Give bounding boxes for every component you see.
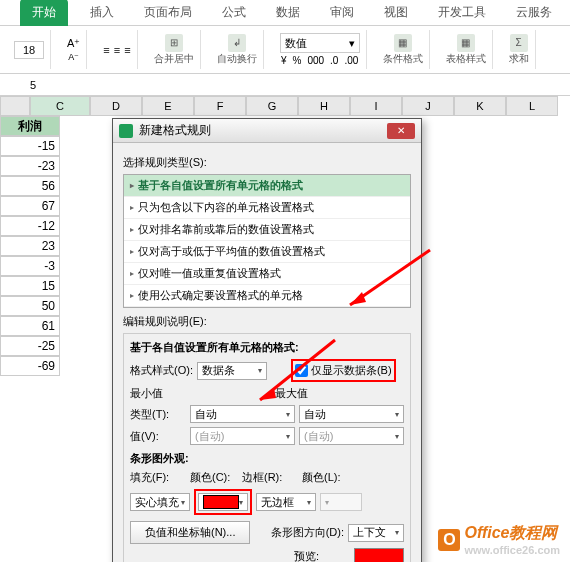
data-cell[interactable]: -69	[0, 356, 60, 376]
watermark: O Office教程网 www.office26.com	[438, 523, 560, 556]
data-cell[interactable]: 61	[0, 316, 60, 336]
currency-icon[interactable]: ¥	[281, 55, 287, 66]
tab-start[interactable]: 开始	[20, 0, 68, 26]
rule-item[interactable]: 使用公式确定要设置格式的单元格	[124, 285, 410, 307]
decimal-inc-icon[interactable]: .0	[330, 55, 338, 66]
dialog-icon	[119, 124, 133, 138]
align-right-icon[interactable]: ≡	[124, 44, 130, 56]
table-style-button[interactable]: ▦ 表格样式	[446, 34, 486, 66]
merge-icon: ⊞	[165, 34, 183, 52]
border-select[interactable]: 无边框	[256, 493, 316, 511]
formula-bar: 5	[0, 74, 570, 96]
data-cell[interactable]: 56	[0, 176, 60, 196]
percent-icon[interactable]: %	[292, 55, 301, 66]
rule-item[interactable]: 仅对排名靠前或靠后的数值设置格式	[124, 219, 410, 241]
wrap-text-button[interactable]: ↲ 自动换行	[217, 34, 257, 66]
sum-icon: Σ	[510, 34, 528, 52]
type-label: 类型(T):	[130, 407, 186, 422]
tab-cloud[interactable]: 云服务	[508, 0, 560, 25]
fill-color-select[interactable]	[198, 493, 248, 511]
rule-item[interactable]: 基于各自值设置所有单元格的格式	[124, 175, 410, 197]
tab-review[interactable]: 审阅	[322, 0, 362, 25]
tab-layout[interactable]: 页面布局	[136, 0, 200, 25]
tab-formula[interactable]: 公式	[214, 0, 254, 25]
fill-select[interactable]: 实心填充	[130, 493, 190, 511]
col-header-c[interactable]: C	[30, 96, 90, 116]
header-cell[interactable]: 利润	[0, 116, 60, 136]
table-style-icon: ▦	[457, 34, 475, 52]
align-center-icon[interactable]: ≡	[114, 44, 120, 56]
merge-center-button[interactable]: ⊞ 合并居中	[154, 34, 194, 66]
rule-type-label: 选择规则类型(S):	[123, 155, 411, 170]
merge-label: 合并居中	[154, 52, 194, 66]
increase-font-icon[interactable]: A⁺	[67, 37, 80, 50]
col-header-j[interactable]: J	[402, 96, 454, 116]
align-left-icon[interactable]: ≡	[103, 44, 109, 56]
data-cell[interactable]: -15	[0, 136, 60, 156]
font-size-input[interactable]: 18	[14, 41, 44, 59]
desc-header: 基于各自值设置所有单元格的格式:	[130, 340, 404, 355]
col-header-f[interactable]: F	[194, 96, 246, 116]
col-header-h[interactable]: H	[298, 96, 350, 116]
col-header-l[interactable]: L	[506, 96, 558, 116]
wrap-label: 自动换行	[217, 52, 257, 66]
format-style-select[interactable]: 数据条	[197, 362, 267, 380]
col-header-i[interactable]: I	[350, 96, 402, 116]
new-format-rule-dialog: 新建格式规则 ✕ 选择规则类型(S): 基于各自值设置所有单元格的格式 只为包含…	[112, 118, 422, 562]
sum-button[interactable]: Σ 求和	[509, 34, 529, 66]
decrease-font-icon[interactable]: A⁻	[68, 52, 79, 62]
office-icon: O	[438, 529, 460, 551]
table-style-label: 表格样式	[446, 52, 486, 66]
col-header-k[interactable]: K	[454, 96, 506, 116]
tab-data[interactable]: 数据	[268, 0, 308, 25]
type-max-select[interactable]: 自动	[299, 405, 404, 423]
cond-format-icon: ▦	[394, 34, 412, 52]
value-label: 值(V):	[130, 429, 186, 444]
comma-icon[interactable]: 000	[307, 55, 324, 66]
tab-view[interactable]: 视图	[376, 0, 416, 25]
dialog-titlebar[interactable]: 新建格式规则 ✕	[113, 119, 421, 143]
data-cell[interactable]: 67	[0, 196, 60, 216]
close-button[interactable]: ✕	[387, 123, 415, 139]
watermark-url: www.office26.com	[464, 544, 560, 556]
col-header-d[interactable]: D	[90, 96, 142, 116]
type-min-select[interactable]: 自动	[190, 405, 295, 423]
preview-label: 预览:	[294, 549, 350, 563]
cond-format-button[interactable]: ▦ 条件格式	[383, 34, 423, 66]
show-bar-only-label: 仅显示数据条(B)	[311, 363, 392, 378]
appearance-label: 条形图外观:	[130, 451, 404, 466]
value-min-input[interactable]: (自动)	[190, 427, 295, 445]
value-max-input[interactable]: (自动)	[299, 427, 404, 445]
decimal-dec-icon[interactable]: .00	[344, 55, 358, 66]
sum-label: 求和	[509, 52, 529, 66]
data-cell[interactable]: -12	[0, 216, 60, 236]
max-label: 最大值	[275, 386, 404, 401]
rule-item[interactable]: 仅对唯一值或重复值设置格式	[124, 263, 410, 285]
show-bar-only-checkbox[interactable]	[295, 364, 308, 377]
data-cell[interactable]: -3	[0, 256, 60, 276]
tab-dev[interactable]: 开发工具	[430, 0, 494, 25]
tab-insert[interactable]: 插入	[82, 0, 122, 25]
rule-type-list[interactable]: 基于各自值设置所有单元格的格式 只为包含以下内容的单元格设置格式 仅对排名靠前或…	[123, 174, 411, 308]
format-style-label: 格式样式(O):	[130, 363, 193, 378]
data-cell[interactable]: -23	[0, 156, 60, 176]
bar-dir-label: 条形图方向(D):	[271, 525, 344, 540]
dialog-title: 新建格式规则	[139, 122, 211, 139]
data-cell[interactable]: -25	[0, 336, 60, 356]
col-header-g[interactable]: G	[246, 96, 298, 116]
rule-item[interactable]: 只为包含以下内容的单元格设置格式	[124, 197, 410, 219]
watermark-text: Office教程网	[464, 523, 560, 544]
data-cell[interactable]: 15	[0, 276, 60, 296]
fill-label: 填充(F):	[130, 470, 186, 485]
rule-item[interactable]: 仅对高于或低于平均值的数值设置格式	[124, 241, 410, 263]
border-color-label: 颜色(L):	[302, 470, 341, 485]
neg-axis-button[interactable]: 负值和坐标轴(N)...	[130, 521, 250, 544]
data-cell[interactable]: 23	[0, 236, 60, 256]
data-cell[interactable]: 50	[0, 296, 60, 316]
bar-dir-select[interactable]: 上下文	[348, 524, 404, 542]
number-format-select[interactable]: 数值▾	[280, 33, 360, 53]
col-header-e[interactable]: E	[142, 96, 194, 116]
wrap-icon: ↲	[228, 34, 246, 52]
ribbon-toolbar: 18 A⁺ A⁻ ≡ ≡ ≡ ⊞ 合并居中 ↲ 自动换行 数值▾ ¥ % 000…	[0, 26, 570, 74]
formula-value[interactable]: 5	[0, 79, 66, 91]
